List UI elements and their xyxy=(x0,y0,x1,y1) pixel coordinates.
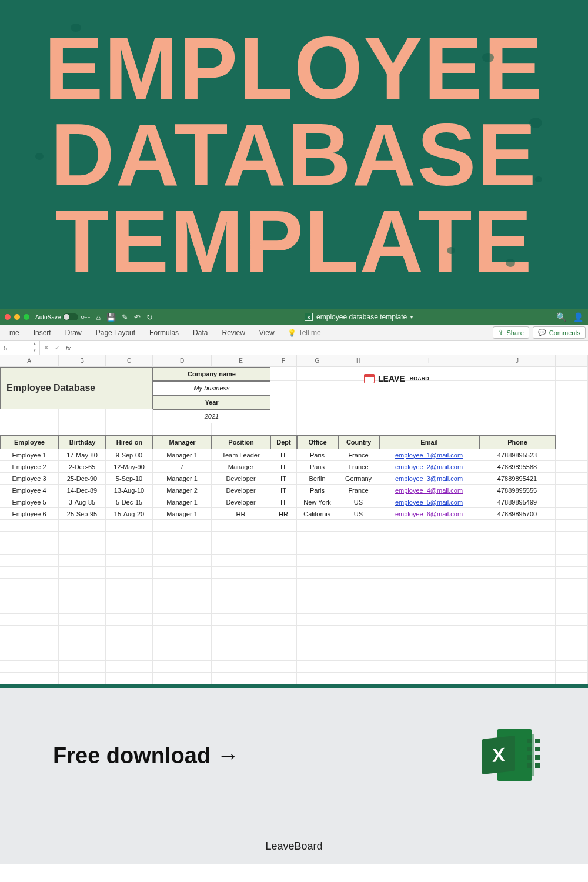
cell-dept[interactable]: IT xyxy=(270,473,297,485)
empty-row[interactable] xyxy=(0,543,588,555)
fx-icon[interactable]: fx xyxy=(62,345,74,352)
spreadsheet-grid[interactable]: Employee Database Company name LEAVEBOAR… xyxy=(0,367,588,684)
tab-review[interactable]: Review xyxy=(215,325,252,340)
cell-phone[interactable]: 47889895588 xyxy=(479,461,556,473)
cell-phone[interactable]: 47889895421 xyxy=(479,473,556,485)
col-C[interactable]: C xyxy=(106,355,153,367)
table-row[interactable]: Employee 53-Aug-855-Dec-15Manager 1Devel… xyxy=(0,496,588,508)
table-row[interactable]: Employee 414-Dec-8913-Aug-10Manager 2Dev… xyxy=(0,485,588,496)
empty-row[interactable] xyxy=(0,567,588,579)
th-manager[interactable]: Manager xyxy=(153,435,212,449)
autosave-toggle[interactable]: AutoSave OFF xyxy=(35,313,90,320)
cell-country[interactable]: US xyxy=(338,496,379,508)
cell-country[interactable]: France xyxy=(338,485,379,496)
namebox-stepper[interactable]: ▴▾ xyxy=(29,341,40,355)
empty-row[interactable] xyxy=(0,532,588,543)
cell-manager[interactable]: Manager 1 xyxy=(153,449,212,461)
table-row[interactable]: Employee 325-Dec-905-Sep-10Manager 1Deve… xyxy=(0,473,588,485)
cell-manager[interactable]: Manager 1 xyxy=(153,473,212,485)
cell-position[interactable]: Developer xyxy=(212,496,270,508)
th-position[interactable]: Position xyxy=(212,435,270,449)
th-employee[interactable]: Employee xyxy=(0,435,59,449)
redo-icon[interactable]: ↻ xyxy=(146,313,153,322)
window-controls[interactable] xyxy=(5,314,29,320)
cell-country[interactable]: France xyxy=(338,449,379,461)
empty-row[interactable] xyxy=(0,661,588,673)
th-country[interactable]: Country xyxy=(338,435,379,449)
close-icon[interactable] xyxy=(5,314,11,320)
minimize-icon[interactable] xyxy=(14,314,20,320)
cell-email[interactable]: employee_2@mail.com xyxy=(379,461,479,473)
cell-email[interactable]: employee_1@mail.com xyxy=(379,449,479,461)
empty-row[interactable] xyxy=(0,602,588,614)
chevron-down-icon[interactable]: ▾ xyxy=(410,315,413,320)
tab-draw[interactable]: Draw xyxy=(58,325,89,340)
col-F[interactable]: F xyxy=(270,355,297,367)
empty-row[interactable] xyxy=(0,673,588,684)
toggle-icon[interactable] xyxy=(63,313,78,320)
col-E[interactable]: E xyxy=(212,355,270,367)
year-value[interactable]: 2021 xyxy=(153,409,270,423)
tab-data[interactable]: Data xyxy=(186,325,215,340)
cell-dept[interactable]: IT xyxy=(270,461,297,473)
cta-text[interactable]: Free download → xyxy=(53,743,239,769)
th-phone[interactable]: Phone xyxy=(479,435,556,449)
cell-position[interactable]: Developer xyxy=(212,473,270,485)
cell-manager[interactable]: / xyxy=(153,461,212,473)
cell-phone[interactable]: 47889895523 xyxy=(479,449,556,461)
col-A[interactable]: A xyxy=(0,355,59,367)
cell-birthday[interactable]: 17-May-80 xyxy=(59,449,106,461)
cell-email[interactable]: employee_6@mail.com xyxy=(379,508,479,520)
cell-position[interactable]: Team Leader xyxy=(212,449,270,461)
cell-office[interactable]: Berlin xyxy=(297,473,338,485)
cell-country[interactable]: US xyxy=(338,508,379,520)
cancel-icon[interactable]: ✕ xyxy=(40,344,52,352)
empty-row[interactable] xyxy=(0,590,588,602)
tab-page-layout[interactable]: Page Layout xyxy=(89,325,142,340)
cell-birthday[interactable]: 2-Dec-65 xyxy=(59,461,106,473)
cell-employee[interactable]: Employee 6 xyxy=(0,508,59,520)
undo-icon[interactable]: ↶ xyxy=(134,313,141,322)
comments-button[interactable]: 💬 Comments xyxy=(533,326,586,339)
cell-hired[interactable]: 9-Sep-00 xyxy=(106,449,153,461)
cell-country[interactable]: Germany xyxy=(338,473,379,485)
table-row[interactable]: Employee 22-Dec-6512-May-90/ManagerITPar… xyxy=(0,461,588,473)
th-hired[interactable]: Hired on xyxy=(106,435,153,449)
cell-office[interactable]: Paris xyxy=(297,461,338,473)
cell-employee[interactable]: Employee 3 xyxy=(0,473,59,485)
th-office[interactable]: Office xyxy=(297,435,338,449)
cell-phone[interactable]: 47889895700 xyxy=(479,508,556,520)
col-J[interactable]: J xyxy=(479,355,556,367)
cell-manager[interactable]: Manager 1 xyxy=(153,496,212,508)
th-email[interactable]: Email xyxy=(379,435,479,449)
cell-birthday[interactable]: 25-Sep-95 xyxy=(59,508,106,520)
tab-home-partial[interactable]: me xyxy=(2,325,26,340)
empty-row[interactable] xyxy=(0,555,588,567)
edit-icon[interactable]: ✎ xyxy=(122,313,128,322)
cell-hired[interactable]: 5-Dec-15 xyxy=(106,496,153,508)
maximize-icon[interactable] xyxy=(24,314,29,320)
company-name-value[interactable]: My business xyxy=(153,381,270,395)
formula-input[interactable] xyxy=(74,341,588,355)
name-box[interactable]: 5 xyxy=(0,341,29,355)
cell-country[interactable]: France xyxy=(338,461,379,473)
th-birthday[interactable]: Birthday xyxy=(59,435,106,449)
cell-office[interactable]: Paris xyxy=(297,449,338,461)
cell-hired[interactable]: 13-Aug-10 xyxy=(106,485,153,496)
col-B[interactable]: B xyxy=(59,355,106,367)
empty-row[interactable] xyxy=(0,614,588,626)
cell-employee[interactable]: Employee 4 xyxy=(0,485,59,496)
cell-position[interactable]: HR xyxy=(212,508,270,520)
share-button[interactable]: ⇪ Share xyxy=(493,326,529,339)
tell-me[interactable]: 💡 Tell me xyxy=(282,329,327,337)
empty-row[interactable] xyxy=(0,649,588,661)
document-title[interactable]: x employee database template ▾ xyxy=(161,313,556,321)
cell-hired[interactable]: 12-May-90 xyxy=(106,461,153,473)
cell-office[interactable]: New York xyxy=(297,496,338,508)
cell-employee[interactable]: Employee 5 xyxy=(0,496,59,508)
cell-employee[interactable]: Employee 2 xyxy=(0,461,59,473)
col-D[interactable]: D xyxy=(153,355,212,367)
cell-dept[interactable]: IT xyxy=(270,449,297,461)
cell-hired[interactable]: 5-Sep-10 xyxy=(106,473,153,485)
cell-office[interactable]: California xyxy=(297,508,338,520)
